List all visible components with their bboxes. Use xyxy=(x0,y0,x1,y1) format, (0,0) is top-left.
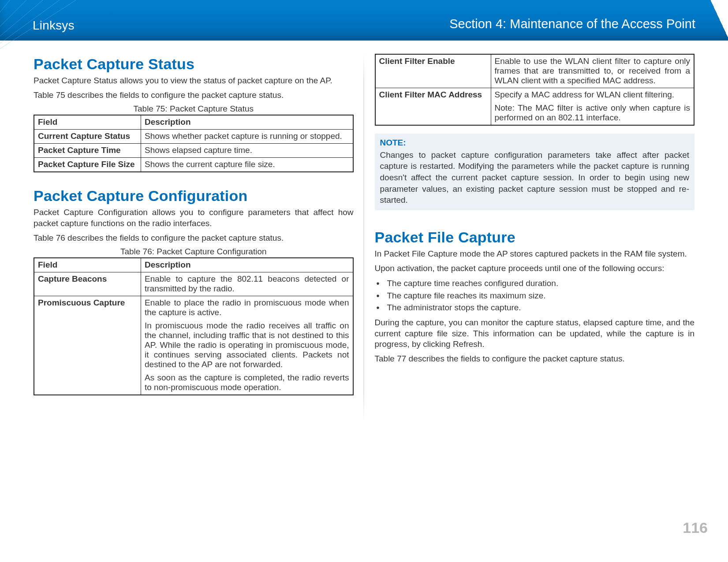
cell-desc: Shows whether packet capture is running … xyxy=(141,130,353,144)
cell-field: Capture Beacons xyxy=(34,272,141,296)
table-row: Packet Capture File Size Shows the curre… xyxy=(34,158,353,172)
status-intro: Packet Capture Status allows you to view… xyxy=(34,75,354,86)
cell-desc: Enable to capture the 802.11 beacons det… xyxy=(141,272,353,296)
left-column: Packet Capture Status Packet Capture Sta… xyxy=(34,54,354,403)
column-divider xyxy=(363,54,364,421)
heading-packet-capture-status: Packet Capture Status xyxy=(34,56,354,73)
cell-desc: Shows elapsed capture time. xyxy=(141,144,353,158)
cell-desc-text: Shows elapsed capture time. xyxy=(145,145,349,155)
cell-field: Promiscuous Capture xyxy=(34,296,141,395)
table-row: Promiscuous Capture Enable to place the … xyxy=(34,296,353,395)
table-75: Field Description Current Capture Status… xyxy=(34,115,354,172)
cell-field: Packet Capture Time xyxy=(34,144,141,158)
config-intro: Packet Capture Configuration allows you … xyxy=(34,207,354,229)
th-description: Description xyxy=(141,115,353,130)
th-field: Field xyxy=(34,115,141,130)
cell-field: Current Capture Status xyxy=(34,130,141,144)
table75-caption: Table 75: Packet Capture Status xyxy=(34,104,354,114)
file-bullet-list: The capture time reaches configured dura… xyxy=(375,277,695,314)
right-column: Client Filter Enable Enable to use the W… xyxy=(375,54,695,403)
status-ref: Table 75 describes the fields to configu… xyxy=(34,90,354,101)
table-header-row: Field Description xyxy=(34,115,353,130)
config-ref: Table 76 describes the fields to configu… xyxy=(34,233,354,244)
th-field: Field xyxy=(34,258,141,272)
heading-packet-file-capture: Packet File Capture xyxy=(375,229,695,246)
cell-desc: Enable to place the radio in promiscuous… xyxy=(141,296,353,395)
cell-desc: Enable to use the WLAN client filter to … xyxy=(491,54,694,88)
cell-desc-text: Shows whether packet capture is running … xyxy=(145,131,349,141)
table-row: Client Filter MAC Address Specify a MAC … xyxy=(375,88,694,126)
cell-desc-text: Note: The MAC filter is active only when… xyxy=(495,103,691,123)
cell-desc-text: Enable to place the radio in promiscuous… xyxy=(145,298,349,317)
table-row: Capture Beacons Enable to capture the 80… xyxy=(34,272,353,296)
file-during: During the capture, you can monitor the … xyxy=(375,317,695,350)
brand-label: Linksys xyxy=(33,19,75,33)
file-ref: Table 77 describes the fields to configu… xyxy=(375,354,695,365)
cell-field: Packet Capture File Size xyxy=(34,158,141,172)
table-row: Current Capture Status Shows whether pac… xyxy=(34,130,353,144)
cell-field: Client Filter Enable xyxy=(375,54,491,88)
th-description: Description xyxy=(141,258,353,272)
cell-desc-text: Specify a MAC address for WLAN client fi… xyxy=(495,90,691,100)
section-title: Section 4: Maintenance of the Access Poi… xyxy=(449,17,695,31)
table-76-continued: Client Filter Enable Enable to use the W… xyxy=(375,54,695,126)
table-header-row: Field Description xyxy=(34,258,353,272)
table-row: Client Filter Enable Enable to use the W… xyxy=(375,54,694,88)
header-banner: Linksys Section 4: Maintenance of the Ac… xyxy=(0,0,728,41)
cell-desc: Shows the current capture file size. xyxy=(141,158,353,172)
note-box: NOTE: Changes to packet capture configur… xyxy=(375,134,695,210)
table-row: Packet Capture Time Shows elapsed captur… xyxy=(34,144,353,158)
cell-desc-text: Shows the current capture file size. xyxy=(145,160,349,169)
file-upon: Upon activation, the packet capture proc… xyxy=(375,263,695,274)
page-number: 116 xyxy=(683,519,708,536)
table-76: Field Description Capture Beacons Enable… xyxy=(34,257,354,395)
cell-desc-text: Enable to capture the 802.11 beacons det… xyxy=(145,274,349,294)
note-body: Changes to packet capture configuration … xyxy=(380,150,690,205)
list-item: The capture file reaches its maximum siz… xyxy=(375,290,695,302)
cell-desc-text: In promiscuous mode the radio receives a… xyxy=(145,321,349,369)
cell-desc: Specify a MAC address for WLAN client fi… xyxy=(491,88,694,126)
file-intro: In Packet File Capture mode the AP store… xyxy=(375,249,695,260)
cell-desc-text: Enable to use the WLAN client filter to … xyxy=(495,56,691,86)
cell-desc-text: As soon as the capture is completed, the… xyxy=(145,373,349,392)
list-item: The administrator stops the capture. xyxy=(375,301,695,314)
heading-packet-capture-configuration: Packet Capture Configuration xyxy=(34,187,354,205)
list-item: The capture time reaches configured dura… xyxy=(375,277,695,290)
note-label: NOTE: xyxy=(380,137,690,149)
table76-caption: Table 76: Packet Capture Configuration xyxy=(34,247,354,257)
cell-field: Client Filter MAC Address xyxy=(375,88,491,126)
